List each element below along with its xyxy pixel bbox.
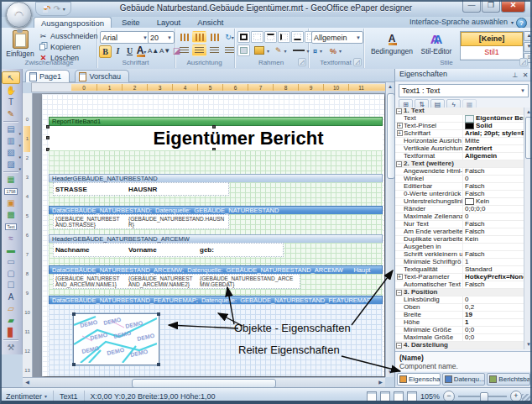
scroll-up-arrow[interactable]: ▲	[386, 82, 394, 92]
property-value[interactable]: 1	[463, 319, 524, 327]
style-gallery-item[interactable]: Stil1	[461, 46, 523, 60]
text-cursor-tool-icon[interactable]: T	[3, 97, 19, 108]
zoom-slider[interactable]	[458, 396, 507, 397]
vertical-ruler[interactable]: 012345678910111213	[23, 93, 33, 377]
align-right-button[interactable]	[207, 45, 222, 56]
align-left-button[interactable]	[177, 45, 191, 56]
scroll-up-arrow[interactable]: ▲	[524, 108, 532, 117]
object-selector-combo[interactable]: Text1 : Text ▼	[399, 84, 529, 97]
panel-tool-icon[interactable]: ▭	[3, 256, 19, 267]
property-value[interactable]: 1	[463, 259, 524, 266]
resize-grip[interactable]	[522, 394, 530, 402]
font-family-combo[interactable]: Arial▼	[100, 31, 150, 44]
image-tool-icon[interactable]: ▣	[3, 197, 19, 208]
align-center-button[interactable]	[192, 45, 206, 56]
tab-layout[interactable]: Layout	[150, 17, 188, 28]
stile-dialog-launcher[interactable]: ◿	[519, 58, 528, 66]
property-value[interactable]: 19	[463, 312, 524, 319]
copy-button[interactable]: Kopieren	[37, 41, 100, 52]
number-format-button[interactable]: ¤▾	[311, 45, 324, 56]
checkbox-tool-icon[interactable]: ☐	[3, 280, 19, 291]
property-value[interactable]	[463, 244, 524, 251]
picture-tool-icon[interactable]: ▰	[3, 315, 19, 326]
gallery-up-button[interactable]: ▲	[524, 31, 532, 41]
grow-font-button[interactable]: A▲	[148, 45, 159, 56]
align-bottom-button[interactable]	[207, 31, 222, 43]
border-left-button[interactable]	[278, 31, 290, 43]
maximize-button[interactable]: ❐	[482, 0, 500, 13]
tab-berichtsbaum[interactable]: Berichtsba...	[487, 373, 530, 386]
field-strasse[interactable]: {GEBÄUDE_NATURBESTAND.STRASSE}	[55, 216, 121, 228]
column-nachname[interactable]: Nachname	[55, 246, 89, 254]
barcode-tool-icon[interactable]: 1798	[3, 186, 19, 197]
expand-icon[interactable]: +	[397, 274, 403, 280]
pin-icon[interactable]: ⊥	[510, 70, 520, 81]
sub-report-tool-icon[interactable]: ▨	[3, 159, 19, 170]
property-section-header[interactable]: −4. Darstellung	[395, 342, 524, 349]
property-value[interactable]: Kein	[463, 236, 524, 244]
property-value[interactable]: Falsch	[463, 251, 524, 259]
map-tool-icon[interactable]: ▩	[3, 209, 19, 220]
selection-handle[interactable]	[212, 125, 216, 129]
map-handle[interactable]	[72, 363, 76, 366]
rahmen-dialog-launcher[interactable]: ◿	[298, 58, 306, 66]
child-band-tool-icon[interactable]: ▧	[3, 147, 19, 158]
application-menu-button[interactable]: ◠	[6, 2, 32, 28]
qat-customize-dropdown[interactable]: ▾	[63, 6, 65, 12]
feature-map-object[interactable]: DEMODEMODEMODEMODEMODEMODEMODEMODEMO	[73, 313, 159, 365]
collapse-icon[interactable]: −	[396, 343, 402, 349]
property-value[interactable]: Falsch	[463, 221, 524, 228]
title-text-object[interactable]: Eigentümer Bericht	[49, 126, 383, 150]
textbox-tool-icon[interactable]: Text	[3, 221, 19, 232]
shrink-font-button[interactable]: A▼	[159, 45, 170, 56]
properties-scroll-thumb[interactable]	[525, 117, 532, 159]
property-value[interactable]: 0;0;0;0	[463, 206, 524, 213]
pan-tool-icon[interactable]: ✋	[3, 85, 19, 96]
cross-band-tool-icon[interactable]: ▥	[3, 135, 19, 146]
paste-button[interactable]: Einfügen	[6, 30, 34, 58]
view-mode-layout-button[interactable]	[380, 391, 390, 401]
collapse-icon[interactable]: −	[396, 108, 402, 114]
property-value[interactable]: 0;0	[463, 327, 524, 334]
units-selector[interactable]: Zentimeter ▾	[0, 391, 54, 402]
zoom-out-button[interactable]: −	[443, 391, 455, 402]
font-color-button[interactable]: A▾	[136, 45, 147, 56]
property-value[interactable]: Standard	[463, 266, 524, 274]
field-name1[interactable]: {GEBÄUDE_NATURBESTAND_ARCEMW.NAME1}	[55, 275, 123, 287]
zoom-in-button[interactable]: +	[510, 391, 522, 402]
vertical-scrollbar[interactable]: ▲ ▼	[385, 82, 394, 377]
property-value[interactable]: HotkeyPrefix=None; LineL	[463, 274, 524, 281]
scroll-down-arrow[interactable]: ▼	[524, 340, 532, 349]
property-value[interactable]: Falsch	[463, 228, 524, 236]
border-none-button[interactable]	[251, 31, 263, 43]
tab-seite[interactable]: Seite	[115, 17, 147, 28]
style-gallery-item[interactable]: [Keine]	[461, 32, 523, 46]
tab-eigenschaften[interactable]: Eigenschaf...	[397, 373, 441, 386]
property-value[interactable]: Allgemein	[463, 153, 524, 160]
close-icon[interactable]: ✕	[520, 70, 530, 81]
minimize-button[interactable]: —	[462, 0, 481, 13]
border-bottom-button[interactable]	[291, 31, 304, 43]
data-band-tool-icon[interactable]: ▬	[3, 244, 19, 255]
tab-page1[interactable]: Page1	[25, 70, 70, 82]
column-hausnr[interactable]: HAUSNR	[128, 186, 157, 193]
style-editor-button[interactable]: AA Stil-Editor	[417, 31, 456, 55]
zoom-slider-thumb[interactable]	[480, 392, 488, 402]
cut-button[interactable]: ✂Ausschneiden	[37, 30, 100, 41]
textformat-combo[interactable]: Allgemein▼	[311, 31, 363, 44]
map-handle[interactable]	[72, 312, 76, 316]
property-value[interactable]: 0	[463, 213, 524, 221]
tab-ausgangsposition[interactable]: Ausgangsposition	[34, 17, 112, 28]
conditions-button[interactable]: A Bedingungen	[370, 31, 414, 55]
gallery-down-button[interactable]: ▼	[524, 42, 532, 52]
expand-icon[interactable]: +	[397, 130, 403, 136]
view-mode-normal-button[interactable]	[367, 391, 377, 401]
bold-button[interactable]: B	[99, 45, 112, 58]
property-value[interactable]: Solid	[463, 123, 524, 130]
column-strasse[interactable]: STRASSE	[55, 186, 87, 193]
horizontal-scrollbar[interactable]: ◀ ▶	[23, 377, 385, 387]
property-value[interactable]: Eigentümer Bericht	[463, 115, 524, 123]
align-top-button[interactable]	[177, 31, 191, 43]
field-gebdat[interactable]: {GEBÄUDE_NATURBESTAND_ARCEMW.GEBDAT}	[200, 275, 294, 287]
band-tool-icon[interactable]: ▤	[3, 123, 19, 134]
